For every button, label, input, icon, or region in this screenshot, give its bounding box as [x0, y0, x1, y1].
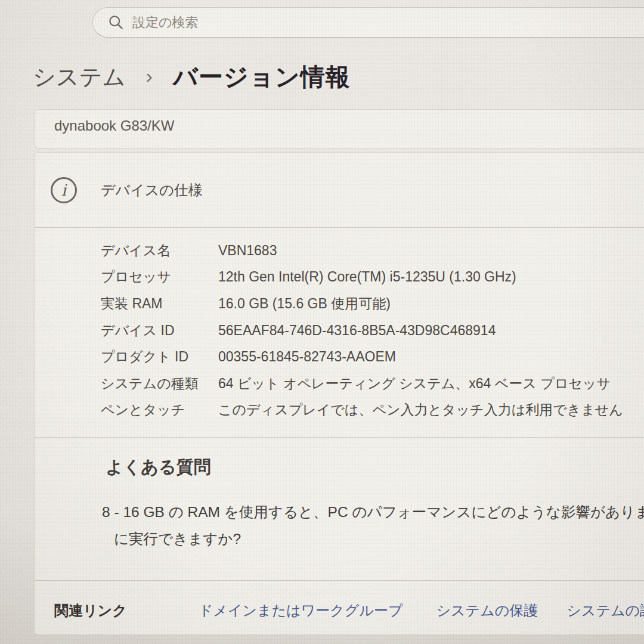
divider	[35, 227, 644, 228]
about-card: i デバイスの仕様 デバイス名 VBN1683 プロセッサ 12th Gen I…	[34, 152, 644, 635]
spec-row-processor: プロセッサ 12th Gen Intel(R) Core(TM) i5-1235…	[35, 264, 644, 291]
spec-value: VBN1683	[218, 243, 277, 259]
spec-label: システムの種類	[101, 374, 218, 393]
link-advanced-system-settings[interactable]: システムの詳細設定	[566, 601, 644, 620]
spec-value: 56EAAF84-746D-4316-8B5A-43D98C468914	[218, 323, 496, 339]
divider	[35, 580, 644, 581]
related-links-title: 関連リンク	[54, 601, 127, 620]
faq-section-title: よくある質問	[106, 456, 211, 479]
spec-row-pen-touch: ペンとタッチ このディスプレイでは、ペン入力とタッチ入力は利用できません	[35, 397, 644, 424]
spec-label: プロダクト ID	[101, 348, 218, 366]
chevron-right-icon: ›	[146, 64, 153, 88]
related-links-row: 関連リンク ドメインまたはワークグループ システムの保護 システムの詳細設定	[35, 599, 644, 623]
spec-row-ram: 実装 RAM 16.0 GB (15.6 GB 使用可能)	[35, 290, 644, 317]
faq-question-ram[interactable]: 8 - 16 GB の RAM を使用すると、PC のパフォーマンスにどのような…	[102, 502, 644, 522]
spec-label: 実装 RAM	[101, 295, 218, 313]
settings-search-box[interactable]	[92, 7, 644, 38]
breadcrumb: システム › バージョン情報	[33, 58, 351, 95]
spec-row-system-type: システムの種類 64 ビット オペレーティング システム、x64 ベース プロセ…	[35, 370, 644, 397]
device-specs-title: デバイスの仕様	[101, 181, 203, 200]
spec-value: 00355-61845-82743-AAOEM	[218, 349, 396, 365]
link-domain-workgroup[interactable]: ドメインまたはワークグループ	[199, 601, 403, 620]
info-icon: i	[51, 177, 77, 203]
spec-row-product-id: プロダクト ID 00355-61845-82743-AAOEM	[35, 343, 644, 370]
spec-label: デバイス ID	[101, 321, 218, 340]
search-input[interactable]	[132, 15, 609, 30]
spec-row-device-id: デバイス ID 56EAAF84-746D-4316-8B5A-43D98C46…	[35, 317, 644, 344]
link-system-protection[interactable]: システムの保護	[436, 601, 538, 620]
search-icon	[108, 14, 124, 30]
device-model-label: dynabook G83/KW	[54, 117, 644, 134]
spec-value: このディスプレイでは、ペン入力とタッチ入力は利用できません	[218, 401, 623, 419]
device-specs-list: デバイス名 VBN1683 プロセッサ 12th Gen Intel(R) Co…	[35, 237, 644, 423]
spec-row-device-name: デバイス名 VBN1683	[35, 237, 644, 264]
spec-value: 16.0 GB (15.6 GB 使用可能)	[218, 295, 391, 313]
page-title: バージョン情報	[173, 61, 351, 94]
divider	[35, 437, 644, 438]
spec-label: デバイス名	[101, 242, 218, 260]
device-specs-expander[interactable]: i デバイスの仕様	[35, 153, 644, 227]
breadcrumb-system[interactable]: システム	[33, 62, 126, 92]
spec-label: ペンとタッチ	[101, 401, 218, 419]
spec-value: 64 ビット オペレーティング システム、x64 ベース プロセッサ	[218, 374, 611, 393]
faq-question-continued[interactable]: に実行できますか?	[114, 529, 241, 549]
spec-label: プロセッサ	[101, 268, 218, 286]
spec-value: 12th Gen Intel(R) Core(TM) i5-1235U (1.3…	[218, 269, 516, 285]
device-name-card: dynabook G83/KW	[34, 109, 644, 148]
